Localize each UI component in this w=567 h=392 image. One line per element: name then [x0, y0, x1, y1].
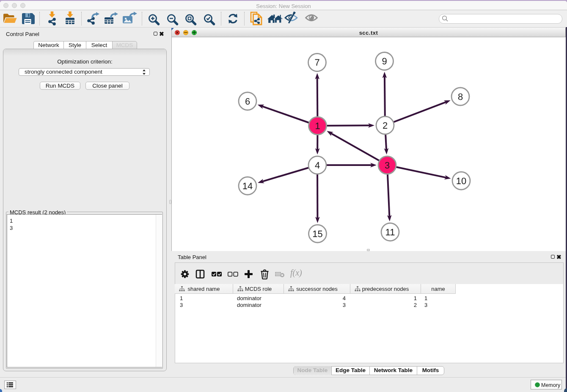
svg-text:14: 14: [242, 181, 253, 191]
svg-text:1: 1: [315, 121, 320, 131]
svg-text:10: 10: [456, 176, 466, 186]
svg-text:7: 7: [314, 57, 319, 68]
svg-text:3: 3: [385, 160, 390, 171]
svg-text:9: 9: [382, 56, 387, 66]
svg-text:11: 11: [385, 227, 395, 237]
svg-text:15: 15: [312, 229, 322, 239]
svg-text:6: 6: [245, 96, 250, 107]
svg-text:4: 4: [315, 160, 320, 171]
svg-text:2: 2: [383, 120, 388, 131]
svg-text:8: 8: [458, 91, 463, 102]
